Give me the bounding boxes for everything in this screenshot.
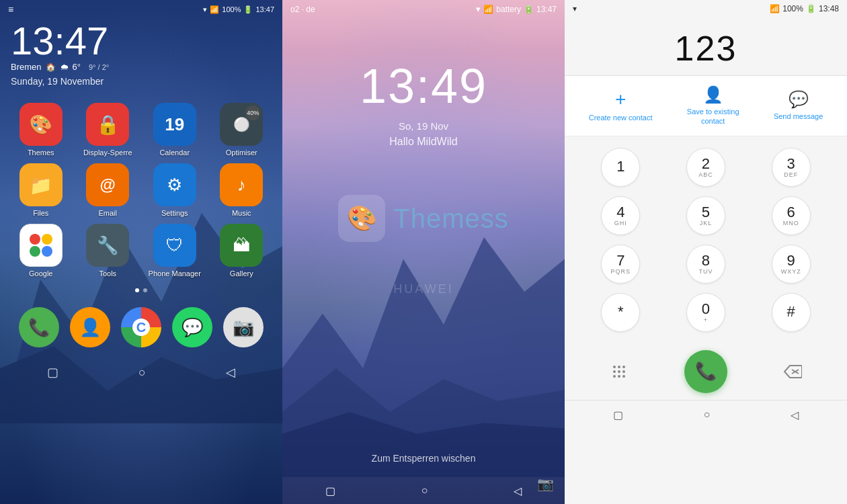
app-display-sperre[interactable]: 🔒 Display-Sperre bbox=[78, 103, 138, 157]
grid-button[interactable] bbox=[602, 355, 636, 388]
save-contact-icon: 👤 bbox=[703, 85, 723, 104]
home-icon: 🏠 bbox=[46, 62, 56, 72]
weather-temp: 6° bbox=[73, 62, 81, 72]
chrome-icon: C bbox=[132, 319, 150, 336]
battery-icon: 🔋 bbox=[243, 5, 253, 14]
app-music[interactable]: ♪ Music bbox=[212, 163, 272, 217]
gallery-label: Gallery bbox=[230, 269, 253, 278]
key-star[interactable]: * bbox=[578, 288, 663, 337]
dock-camera[interactable]: 📷 bbox=[223, 307, 264, 347]
dock-contacts[interactable]: 👤 bbox=[70, 307, 110, 347]
app-tools[interactable]: 🔧 Tools bbox=[78, 224, 138, 278]
keypad: 1 2ABC 3DEF 4GHI 5JKL 6MNO 7PQRS 8TUV 9W… bbox=[565, 136, 847, 343]
send-message-action[interactable]: 💬 Send message bbox=[774, 90, 823, 121]
dock-whatsapp[interactable]: 💬 bbox=[172, 307, 212, 347]
save-contact-action[interactable]: 👤 Save to existingcontact bbox=[687, 85, 739, 126]
status-time2: 13:47 bbox=[536, 5, 557, 14]
app-phone-manager[interactable]: 🛡 Phone Manager bbox=[145, 224, 205, 278]
dock-phone[interactable]: 📞 bbox=[19, 307, 59, 347]
app-settings[interactable]: ⚙ Settings bbox=[145, 163, 205, 217]
key-5[interactable]: 5JKL bbox=[663, 192, 749, 240]
key-8[interactable]: 8TUV bbox=[663, 240, 749, 288]
wifi-icon: ▾ bbox=[203, 5, 207, 14]
phone1-navbar: ▢ ○ ◁ bbox=[0, 358, 282, 386]
app-themes[interactable]: 🎨 Themes bbox=[11, 103, 71, 157]
optimiser-icon: ⚪ 40% bbox=[220, 103, 263, 146]
send-message-label: Send message bbox=[774, 112, 823, 121]
app-optimiser[interactable]: ⚪ 40% Optimiser bbox=[212, 103, 272, 157]
calendar-icon: 19 bbox=[153, 103, 196, 146]
dock-chrome[interactable]: C bbox=[121, 307, 161, 347]
app-calendar[interactable]: 19 Calendar bbox=[145, 103, 205, 157]
optimiser-badge: 40% bbox=[245, 106, 260, 120]
svg-point-6 bbox=[42, 246, 52, 257]
svg-point-16 bbox=[613, 375, 616, 378]
email-label: Email bbox=[98, 209, 117, 217]
svg-point-13 bbox=[613, 370, 616, 373]
dock: 📞 👤 C 💬 📷 bbox=[0, 299, 282, 355]
call-button[interactable]: 📞 bbox=[684, 350, 727, 393]
music-icon: ♪ bbox=[220, 163, 263, 206]
carrier-text: o2 · de bbox=[290, 5, 315, 14]
app-email[interactable]: @ Email bbox=[78, 163, 138, 217]
key-6[interactable]: 6MNO bbox=[748, 192, 834, 240]
nav3-back[interactable]: ◁ bbox=[791, 409, 799, 421]
settings-icon: ⚙ bbox=[153, 163, 196, 206]
key-7[interactable]: 7PQRS bbox=[578, 240, 663, 288]
themess-text: Themess bbox=[393, 204, 509, 234]
svg-point-12 bbox=[622, 366, 625, 368]
page-dots bbox=[0, 284, 282, 296]
nav3-home[interactable]: ○ bbox=[704, 409, 711, 421]
nav-back[interactable]: ◁ bbox=[226, 365, 235, 380]
themes-icon: 🎨 bbox=[19, 103, 63, 146]
notification-icon: ≡ bbox=[8, 4, 13, 15]
key-2[interactable]: 2ABC bbox=[663, 143, 749, 192]
settings-label: Settings bbox=[161, 209, 188, 217]
app-grid: 🎨 Themes 🔒 Display-Sperre 19 Calendar ⚪ … bbox=[0, 89, 282, 284]
phone3-statusbar: ▾ 📶 100% 🔋 13:48 bbox=[565, 0, 847, 17]
nav2-home[interactable]: ○ bbox=[421, 485, 428, 497]
key-4[interactable]: 4GHI bbox=[578, 192, 663, 240]
phone2-navbar: ▢ ○ ◁ bbox=[282, 477, 565, 504]
create-contact-label: Create new contact bbox=[589, 113, 653, 122]
call-icon: 📞 bbox=[695, 361, 717, 382]
app-files[interactable]: 📁 Files bbox=[11, 163, 71, 217]
wifi-icon3: ▾ bbox=[573, 4, 577, 13]
svg-point-14 bbox=[618, 370, 620, 373]
status-time3: 13:48 bbox=[819, 4, 839, 13]
themes-label: Themes bbox=[28, 149, 54, 157]
dot-1 bbox=[135, 288, 139, 292]
tools-label: Tools bbox=[99, 269, 116, 278]
location-text: Bremen bbox=[11, 62, 42, 72]
app-google[interactable]: Google bbox=[11, 224, 71, 278]
weather-icon: 🌧 bbox=[60, 62, 69, 72]
key-1[interactable]: 1 bbox=[578, 143, 663, 192]
delete-button[interactable] bbox=[776, 355, 809, 388]
nav2-square[interactable]: ▢ bbox=[325, 485, 335, 497]
key-0[interactable]: 0+ bbox=[663, 288, 749, 337]
dialer-bottom: 📞 bbox=[565, 343, 847, 400]
status-time: 13:47 bbox=[255, 5, 274, 13]
themess-logo: 🎨 Themess bbox=[282, 188, 565, 249]
nav-square[interactable]: ▢ bbox=[47, 365, 58, 380]
svg-point-10 bbox=[613, 366, 616, 368]
contacts-icon: 👤 bbox=[79, 317, 101, 338]
nav2-back[interactable]: ◁ bbox=[514, 485, 522, 497]
send-message-icon: 💬 bbox=[789, 90, 809, 109]
key-9[interactable]: 9WXYZ bbox=[748, 240, 834, 288]
phone1-clock: 13:47 bbox=[0, 19, 282, 60]
google-label: Google bbox=[29, 269, 52, 278]
email-icon: @ bbox=[86, 163, 129, 206]
camera-icon: 📷 bbox=[233, 317, 254, 338]
key-3[interactable]: 3DEF bbox=[748, 143, 834, 192]
nav-home[interactable]: ○ bbox=[138, 366, 146, 380]
nav3-square[interactable]: ▢ bbox=[613, 409, 623, 421]
app-gallery[interactable]: 🏔 Gallery bbox=[212, 224, 272, 278]
battery-text: 100% bbox=[222, 5, 241, 13]
key-hash[interactable]: # bbox=[748, 288, 834, 337]
battery-pct2: battery bbox=[496, 5, 521, 14]
optimiser-label: Optimiser bbox=[226, 149, 257, 157]
svg-point-17 bbox=[618, 375, 620, 378]
create-contact-action[interactable]: + Create new contact bbox=[589, 89, 653, 122]
signal-icon2: 📶 bbox=[483, 5, 493, 14]
